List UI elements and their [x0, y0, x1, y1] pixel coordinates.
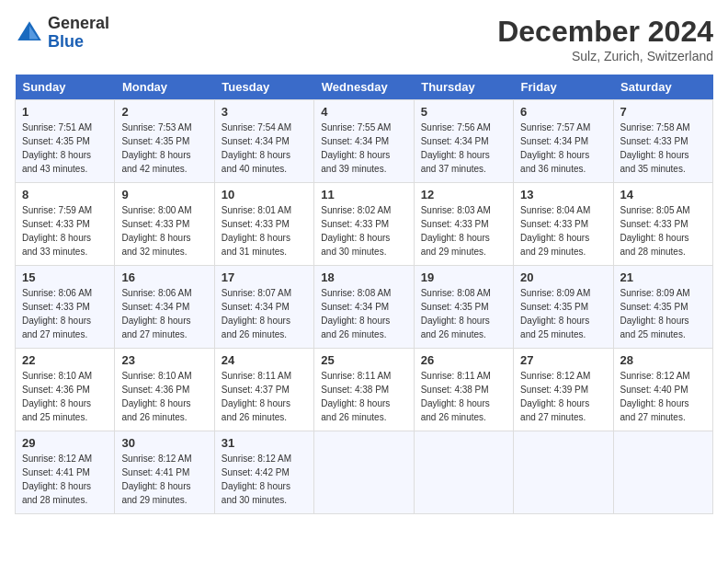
cell-info: Sunrise: 8:06 AMSunset: 4:34 PMDaylight:…	[121, 286, 207, 341]
day-number: 15	[22, 270, 108, 284]
day-number: 17	[222, 270, 307, 284]
cell-info: Sunrise: 8:07 AMSunset: 4:34 PMDaylight:…	[222, 286, 307, 341]
calendar-cell-3-7: 21 Sunrise: 8:09 AMSunset: 4:35 PMDaylig…	[613, 266, 712, 349]
calendar-cell-5-3: 31 Sunrise: 8:12 AMSunset: 4:42 PMDaylig…	[214, 431, 313, 514]
calendar-week-4: 22 Sunrise: 8:10 AMSunset: 4:36 PMDaylig…	[16, 349, 713, 431]
cell-info: Sunrise: 8:03 AMSunset: 4:33 PMDaylight:…	[421, 203, 506, 259]
calendar-cell-3-1: 15 Sunrise: 8:06 AMSunset: 4:33 PMDaylig…	[16, 266, 115, 349]
calendar-cell-4-2: 23 Sunrise: 8:10 AMSunset: 4:36 PMDaylig…	[115, 349, 214, 431]
day-number: 30	[121, 436, 207, 450]
day-number: 21	[620, 270, 706, 284]
calendar-week-2: 8 Sunrise: 7:59 AMSunset: 4:33 PMDayligh…	[16, 183, 713, 266]
logo-text: General Blue	[48, 15, 109, 52]
calendar-cell-1-6: 6 Sunrise: 7:57 AMSunset: 4:34 PMDayligh…	[514, 100, 613, 183]
day-number: 20	[520, 270, 606, 284]
day-number: 23	[121, 353, 207, 367]
cell-info: Sunrise: 8:09 AMSunset: 4:35 PMDaylight:…	[520, 286, 606, 341]
day-number: 16	[121, 270, 207, 284]
cell-info: Sunrise: 8:12 AMSunset: 4:41 PMDaylight:…	[121, 452, 207, 507]
cell-info: Sunrise: 8:06 AMSunset: 4:33 PMDaylight:…	[22, 286, 108, 341]
header-sunday: Sunday	[16, 75, 115, 100]
cell-info: Sunrise: 8:00 AMSunset: 4:33 PMDaylight:…	[121, 203, 207, 259]
calendar-cell-1-2: 2 Sunrise: 7:53 AMSunset: 4:35 PMDayligh…	[115, 100, 214, 183]
calendar-cell-5-4	[314, 431, 414, 514]
cell-info: Sunrise: 8:11 AMSunset: 4:38 PMDaylight:…	[421, 369, 506, 424]
cell-info: Sunrise: 8:09 AMSunset: 4:35 PMDaylight:…	[620, 286, 706, 341]
cell-info: Sunrise: 8:10 AMSunset: 4:36 PMDaylight:…	[22, 369, 108, 424]
cell-info: Sunrise: 8:10 AMSunset: 4:36 PMDaylight:…	[121, 369, 207, 424]
calendar-cell-4-3: 24 Sunrise: 8:11 AMSunset: 4:37 PMDaylig…	[214, 349, 313, 431]
calendar-cell-1-7: 7 Sunrise: 7:58 AMSunset: 4:33 PMDayligh…	[613, 100, 712, 183]
calendar-cell-5-1: 29 Sunrise: 8:12 AMSunset: 4:41 PMDaylig…	[16, 431, 115, 514]
day-number: 25	[321, 353, 406, 367]
calendar-cell-2-4: 11 Sunrise: 8:02 AMSunset: 4:33 PMDaylig…	[314, 183, 414, 266]
day-number: 5	[421, 105, 506, 119]
page-header: General Blue December 2024 Sulz, Zurich,…	[15, 15, 713, 63]
day-number: 11	[321, 188, 406, 201]
day-number: 6	[520, 105, 606, 119]
cell-info: Sunrise: 8:04 AMSunset: 4:33 PMDaylight:…	[520, 203, 606, 259]
cell-info: Sunrise: 8:01 AMSunset: 4:33 PMDaylight:…	[222, 203, 307, 259]
calendar-cell-3-5: 19 Sunrise: 8:08 AMSunset: 4:35 PMDaylig…	[414, 266, 513, 349]
cell-info: Sunrise: 8:11 AMSunset: 4:38 PMDaylight:…	[321, 369, 406, 424]
logo-icon	[15, 18, 44, 48]
calendar-week-5: 29 Sunrise: 8:12 AMSunset: 4:41 PMDaylig…	[16, 431, 713, 514]
header-wednesday: Wednesday	[314, 75, 414, 100]
cell-info: Sunrise: 8:12 AMSunset: 4:39 PMDaylight:…	[520, 369, 606, 424]
day-number: 18	[321, 270, 406, 284]
cell-info: Sunrise: 8:12 AMSunset: 4:42 PMDaylight:…	[222, 452, 307, 507]
calendar-cell-5-5	[414, 431, 513, 514]
day-number: 29	[22, 436, 108, 450]
calendar-cell-3-4: 18 Sunrise: 8:08 AMSunset: 4:34 PMDaylig…	[314, 266, 414, 349]
day-number: 10	[222, 188, 307, 201]
day-number: 9	[121, 188, 207, 201]
day-number: 31	[222, 436, 307, 450]
calendar-cell-4-7: 28 Sunrise: 8:12 AMSunset: 4:40 PMDaylig…	[613, 349, 712, 431]
day-number: 27	[520, 353, 606, 367]
calendar-cell-3-3: 17 Sunrise: 8:07 AMSunset: 4:34 PMDaylig…	[214, 266, 313, 349]
day-number: 1	[22, 105, 108, 119]
cell-info: Sunrise: 7:59 AMSunset: 4:33 PMDaylight:…	[22, 203, 108, 259]
calendar-cell-1-1: 1 Sunrise: 7:51 AMSunset: 4:35 PMDayligh…	[16, 100, 115, 183]
day-number: 26	[421, 353, 506, 367]
header-saturday: Saturday	[613, 75, 712, 100]
header-thursday: Thursday	[414, 75, 513, 100]
calendar-cell-4-1: 22 Sunrise: 8:10 AMSunset: 4:36 PMDaylig…	[16, 349, 115, 431]
calendar-cell-5-6	[514, 431, 613, 514]
calendar-week-1: 1 Sunrise: 7:51 AMSunset: 4:35 PMDayligh…	[16, 100, 713, 183]
cell-info: Sunrise: 8:12 AMSunset: 4:40 PMDaylight:…	[620, 369, 706, 424]
day-number: 4	[321, 105, 406, 119]
logo: General Blue	[15, 15, 109, 52]
calendar-cell-1-5: 5 Sunrise: 7:56 AMSunset: 4:34 PMDayligh…	[414, 100, 513, 183]
cell-info: Sunrise: 8:08 AMSunset: 4:34 PMDaylight:…	[321, 286, 406, 341]
day-number: 7	[620, 105, 706, 119]
calendar-cell-4-4: 25 Sunrise: 8:11 AMSunset: 4:38 PMDaylig…	[314, 349, 414, 431]
calendar-cell-4-6: 27 Sunrise: 8:12 AMSunset: 4:39 PMDaylig…	[514, 349, 613, 431]
day-number: 2	[121, 105, 207, 119]
cell-info: Sunrise: 8:11 AMSunset: 4:37 PMDaylight:…	[222, 369, 307, 424]
calendar-body: 1 Sunrise: 7:51 AMSunset: 4:35 PMDayligh…	[16, 100, 713, 514]
calendar-cell-2-1: 8 Sunrise: 7:59 AMSunset: 4:33 PMDayligh…	[16, 183, 115, 266]
month-title: December 2024	[497, 15, 713, 49]
cell-info: Sunrise: 8:12 AMSunset: 4:41 PMDaylight:…	[22, 452, 108, 507]
cell-info: Sunrise: 7:56 AMSunset: 4:34 PMDaylight:…	[421, 121, 506, 176]
calendar-cell-2-3: 10 Sunrise: 8:01 AMSunset: 4:33 PMDaylig…	[214, 183, 313, 266]
day-number: 13	[520, 188, 606, 201]
calendar-cell-2-7: 14 Sunrise: 8:05 AMSunset: 4:33 PMDaylig…	[613, 183, 712, 266]
header-friday: Friday	[514, 75, 613, 100]
calendar-cell-1-3: 3 Sunrise: 7:54 AMSunset: 4:34 PMDayligh…	[214, 100, 313, 183]
day-number: 24	[222, 353, 307, 367]
calendar-cell-3-2: 16 Sunrise: 8:06 AMSunset: 4:34 PMDaylig…	[115, 266, 214, 349]
cell-info: Sunrise: 7:54 AMSunset: 4:34 PMDaylight:…	[222, 121, 307, 176]
day-number: 3	[222, 105, 307, 119]
cell-info: Sunrise: 7:57 AMSunset: 4:34 PMDaylight:…	[520, 121, 606, 176]
location-subtitle: Sulz, Zurich, Switzerland	[497, 49, 713, 63]
cell-info: Sunrise: 7:58 AMSunset: 4:33 PMDaylight:…	[620, 121, 706, 176]
calendar-table: SundayMondayTuesdayWednesdayThursdayFrid…	[15, 75, 713, 514]
calendar-cell-2-2: 9 Sunrise: 8:00 AMSunset: 4:33 PMDayligh…	[115, 183, 214, 266]
title-block: December 2024 Sulz, Zurich, Switzerland	[497, 15, 713, 63]
calendar-cell-2-6: 13 Sunrise: 8:04 AMSunset: 4:33 PMDaylig…	[514, 183, 613, 266]
header-tuesday: Tuesday	[214, 75, 313, 100]
cell-info: Sunrise: 7:51 AMSunset: 4:35 PMDaylight:…	[22, 121, 108, 176]
calendar-cell-2-5: 12 Sunrise: 8:03 AMSunset: 4:33 PMDaylig…	[414, 183, 513, 266]
